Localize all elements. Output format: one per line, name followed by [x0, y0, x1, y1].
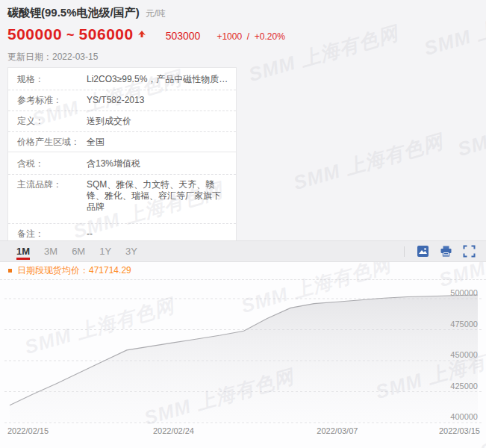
chart-series-area	[10, 295, 478, 423]
svg-text:2022/02/15: 2022/02/15	[7, 426, 49, 435]
price-change-value: +1000	[216, 31, 242, 42]
legend-value: 471714.29	[89, 265, 131, 276]
fullscreen-icon[interactable]	[463, 245, 476, 258]
row-value: 全国	[87, 137, 228, 148]
chart-legend-row: 日期段现货均价：471714.29	[0, 262, 486, 280]
toolbar-divider	[404, 246, 405, 257]
legend-bullet-icon	[8, 269, 12, 273]
up-arrow-icon	[137, 28, 146, 41]
table-row: 规格： Li2CO3≥99.5%，产品中磁性物质的含量不...	[8, 69, 236, 90]
svg-text:475000: 475000	[450, 320, 478, 329]
tab-1m[interactable]: 1M	[16, 241, 30, 261]
price-low: 500000	[7, 25, 62, 43]
average-price: 503000	[166, 30, 201, 42]
svg-text:2022/03/15: 2022/03/15	[439, 426, 480, 435]
tab-1y[interactable]: 1Y	[99, 241, 111, 261]
smm-watermark: SMM 上海有色网	[455, 95, 486, 163]
price-change-percent: +0.20%	[255, 31, 285, 42]
export-image-icon[interactable]	[417, 245, 429, 258]
svg-text:450000: 450000	[450, 350, 478, 359]
tab-3m[interactable]: 3M	[44, 241, 57, 261]
price-header: 碳酸锂(99.5%电池级/国产) 元/吨 500000 ~ 506000 503…	[7, 6, 285, 63]
table-row: 定义： 送到成交价	[8, 111, 236, 132]
row-value: SQM、雅保、力文特、天齐、赣锋、雅化、瑞福、容汇等厂家旗下品牌	[87, 179, 228, 213]
svg-text:400000: 400000	[450, 412, 478, 421]
price-range-tilde: ~	[66, 28, 75, 43]
tab-3y[interactable]: 3Y	[125, 241, 137, 261]
row-label: 规格：	[17, 74, 87, 85]
legend-text: 日期段现货均价：471714.29	[17, 264, 131, 277]
chart-toolbar: 1M 3M 6M 1Y 3Y	[0, 240, 486, 262]
print-icon[interactable]	[440, 245, 452, 258]
price-unit: 元/吨	[146, 7, 166, 20]
price-high: 506000	[79, 25, 134, 43]
row-label: 含税：	[17, 158, 87, 169]
chart-action-icons	[404, 245, 476, 258]
range-tabs: 1M 3M 6M 1Y 3Y	[16, 241, 137, 261]
page-title: 碳酸锂(99.5%电池级/国产)	[7, 6, 140, 20]
svg-text:500000: 500000	[450, 288, 478, 297]
row-value: 含13%增值税	[87, 158, 228, 169]
smm-watermark: SMM 上海有色网	[421, 0, 486, 62]
chart-x-axis-labels: 2022/02/152022/02/242022/03/072022/03/15	[7, 426, 480, 435]
tab-6m[interactable]: 6M	[72, 241, 85, 261]
svg-text:2022/03/07: 2022/03/07	[317, 426, 358, 435]
svg-text:2022/02/24: 2022/02/24	[153, 426, 194, 435]
row-label: 价格产生区域：	[17, 137, 87, 148]
update-date: 更新日期：2022-03-15	[7, 51, 285, 63]
price-area-chart[interactable]: 500000475000450000425000400000 2022/02/1…	[0, 280, 486, 448]
row-value: --	[87, 228, 228, 240]
table-row: 参考标准： YS/T582-2013	[8, 90, 236, 111]
smm-watermark: SMM 上海有色网	[290, 128, 446, 196]
svg-text:425000: 425000	[450, 382, 478, 391]
spec-info-table: 规格： Li2CO3≥99.5%，产品中磁性物质的含量不... 参考标准： YS…	[7, 67, 237, 155]
legend-label: 日期段现货均价：	[17, 265, 89, 276]
table-row: 主流品牌： SQM、雅保、力文特、天齐、赣锋、雅化、瑞福、容汇等厂家旗下品牌	[8, 175, 236, 224]
row-value: YS/T582-2013	[87, 95, 228, 106]
tax-brand-info-table: 含税： 含13%增值税 主流品牌： SQM、雅保、力文特、天齐、赣锋、雅化、瑞福…	[7, 152, 237, 246]
row-label: 主流品牌：	[17, 179, 87, 190]
row-label: 备注：	[17, 228, 87, 240]
table-row: 价格产生区域： 全国	[8, 132, 236, 152]
price-change: +1000 / +0.20%	[216, 31, 284, 42]
price-change-separator: /	[247, 31, 249, 42]
row-label: 参考标准：	[17, 95, 87, 106]
row-value: 送到成交价	[87, 116, 228, 127]
row-value: Li2CO3≥99.5%，产品中磁性物质的含量不...	[87, 74, 228, 85]
row-label: 定义：	[17, 116, 87, 127]
table-row: 含税： 含13%增值税	[8, 154, 236, 175]
